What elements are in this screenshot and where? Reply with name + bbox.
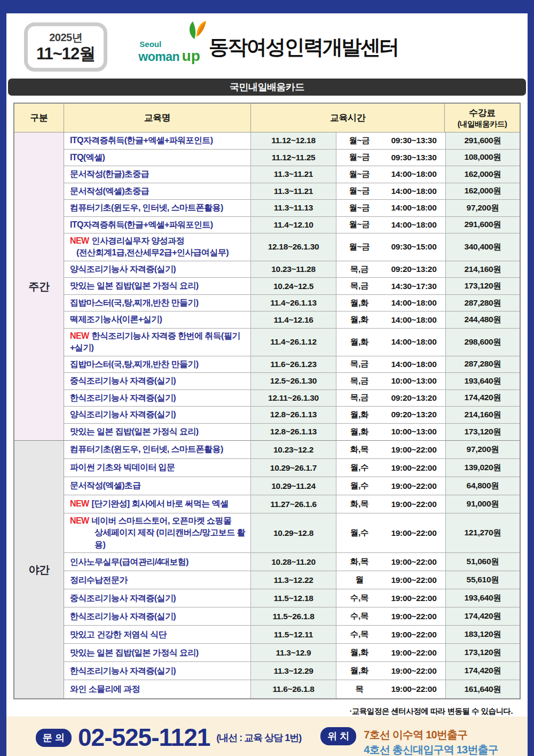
leaf-icon xyxy=(185,20,208,44)
course-name-cell: 한식조리기능사 자격증(실기) xyxy=(64,662,251,680)
course-name: 양식조리기능사 자격증(실기) xyxy=(70,263,176,275)
course-name: NEW[단기완성] 회사에서 바로 써먹는 엑셀 xyxy=(70,498,228,510)
course-days: 월,화 xyxy=(336,298,382,309)
table-row: 맛있고 건강한 저염식 식단11.5~12.11수,목19:00~22:0018… xyxy=(64,626,520,644)
course-time: 19:00~22:00 xyxy=(382,500,445,509)
course-name-cell: 컴퓨터기초(윈도우, 인터넷, 스마트폰활용) xyxy=(64,441,251,458)
course-name: 양식조리기능사 자격증(실기) xyxy=(70,409,176,420)
course-name-cell: NEW네이버 스마트스토어, 오픈마켓 쇼핑몰상세페이지 제작 (미리캔버스/망… xyxy=(64,513,251,552)
course-fee: 91,000원 xyxy=(446,495,520,513)
course-name: ITQ(엑셀) xyxy=(70,152,105,163)
course-dates: 12.8~26.1.13 xyxy=(251,424,336,441)
course-dates: 11.3~11.21 xyxy=(251,183,336,200)
course-dates: 10.23~12.2 xyxy=(251,441,336,458)
course-name: NEW한식조리기능사 자격증 한번에 취득(필기+실기) xyxy=(70,330,247,354)
phone-extension: (내선 : 교육 상담 1번) xyxy=(216,731,301,744)
course-days: 목 xyxy=(336,684,382,695)
course-time: 09:30~13:30 xyxy=(382,136,445,145)
course-dates: 12.11~26.1.30 xyxy=(251,390,336,407)
course-fee: 174,420원 xyxy=(446,607,520,625)
course-time: 19:00~22:00 xyxy=(382,575,445,585)
course-fee: 55,610원 xyxy=(446,571,520,589)
section-evening: 야간컴퓨터기초(윈도우, 인터넷, 스마트폰활용)10.23~12.2화,목19… xyxy=(14,441,520,698)
schedule-note: ·교육일정은 센터사정에 따라 변동될 수 있습니다. xyxy=(6,699,528,716)
col-header-fee-line2: (내일배움카드) xyxy=(458,119,507,129)
course-days: 목,금 xyxy=(336,280,382,292)
course-days: 월,화 xyxy=(336,409,382,420)
course-time: 09:20~13:20 xyxy=(382,410,445,419)
course-time: 14:00~18:00 xyxy=(382,203,445,213)
course-fee: 173,120원 xyxy=(446,644,520,661)
course-dates: 12.8~26.1.13 xyxy=(251,407,336,423)
course-time: 14:00~18:00 xyxy=(382,169,445,179)
course-daytime-cell: 목,금14:30~17:30 xyxy=(336,278,446,294)
course-days: 수,목 xyxy=(336,611,382,622)
course-days: 목,금 xyxy=(336,392,382,403)
course-name-text: 와인 소믈리에 과정 xyxy=(70,684,140,693)
course-daytime-cell: 화,목19:00~22:00 xyxy=(336,495,446,513)
course-daytime-cell: 월,화14:00~18:00 xyxy=(336,311,446,328)
course-daytime-cell: 월~금09:30~13:30 xyxy=(336,150,446,166)
course-dates: 11.27~26.1.6 xyxy=(251,495,336,513)
course-time: 10:00~13:00 xyxy=(382,427,445,437)
course-days: 월,화 xyxy=(336,337,382,348)
table-row: 한식조리기능사 자격증(실기)12.11~26.1.30목,금09:20~13:… xyxy=(64,390,520,407)
course-daytime-cell: 수,목19:00~22:00 xyxy=(336,626,446,643)
course-name-cell: NEW[단기완성] 회사에서 바로 써먹는 엑셀 xyxy=(64,495,251,513)
course-name-cell: 문서작성(엑셀)초중급 xyxy=(64,183,251,200)
course-dates: 10.23~11.28 xyxy=(251,261,336,278)
course-time: 19:00~22:00 xyxy=(382,528,445,538)
course-name: ITQ자격증취득(한글+엑셀+파워포인트) xyxy=(70,135,213,146)
course-name: 중식조리기능사 자격증(실기) xyxy=(70,593,176,604)
course-time: 19:00~22:00 xyxy=(382,684,445,694)
col-header-fee-line1: 수강료 xyxy=(469,107,496,119)
course-name-text: 한식조리기능사 자격증(실기) xyxy=(70,393,176,402)
course-fee: 291,600원 xyxy=(446,133,520,149)
course-name-text: 한식조리기능사 자격증 한번에 취득(필기+실기) xyxy=(70,331,240,352)
course-dates: 11.3~12.9 xyxy=(251,644,336,661)
course-name: 맛있고 건강한 저염식 식단 xyxy=(70,629,167,641)
course-name: 맛있는 일본 집밥(일본 가정식 요리) xyxy=(70,647,198,659)
course-name-text: [단기완성] 회사에서 바로 써먹는 엑셀 xyxy=(92,499,229,508)
course-time: 19:00~22:00 xyxy=(382,612,445,621)
table-row: 정리수납전문가11.3~12.22월19:00~22:0055,610원 xyxy=(64,571,520,589)
course-table: 구분 교육명 교육시간 수강료 (내일배움카드) 주간ITQ자격증취득(한글+엑… xyxy=(13,103,521,699)
course-fee: 183,120원 xyxy=(446,626,520,643)
course-dates: 11.5~12.11 xyxy=(251,626,336,643)
table-row: 인사노무실무(급여관리/4대보험)10.28~11.20화,목19:00~22:… xyxy=(64,553,520,571)
course-days: 화,목 xyxy=(336,498,382,510)
table-row: 컴퓨터기초(윈도우, 인터넷, 스마트폰활용)10.23~12.2화,목19:0… xyxy=(64,441,520,459)
course-name-text: 맛있는 일본 집밥(일본 가정식 요리) xyxy=(70,281,198,290)
course-name: 정리수납전문가 xyxy=(70,574,128,586)
section-rows: 컴퓨터기초(윈도우, 인터넷, 스마트폰활용)10.23~12.2화,목19:0… xyxy=(64,441,520,698)
course-fee: 214,160원 xyxy=(446,261,520,278)
new-badge: NEW xyxy=(70,516,89,525)
course-name-cell: 집밥마스터(국,탕,찌개,반찬 만들기) xyxy=(64,295,251,311)
course-days: 월,수 xyxy=(336,462,382,473)
course-fee: 174,420원 xyxy=(446,390,520,407)
course-name: 맛있는 일본 집밥(일본 가정식 요리) xyxy=(70,280,198,292)
course-time: 09:30~13:30 xyxy=(382,153,445,162)
course-time: 10:00~13:00 xyxy=(382,376,445,386)
table-row: NEW인사경리실무자 양성과정(전산회계1급,전산세무2급+인사급여실무)12.… xyxy=(64,233,520,261)
course-name-text: 맛있는 일본 집밥(일본 가정식 요리) xyxy=(70,648,198,657)
course-days: 월~금 xyxy=(336,185,382,197)
course-daytime-cell: 수,목19:00~22:00 xyxy=(336,607,446,625)
col-header-fee: 수강료 (내일배움카드) xyxy=(445,104,520,132)
course-daytime-cell: 목,금09:20~13:20 xyxy=(336,261,446,278)
course-time: 19:00~22:00 xyxy=(382,445,445,455)
course-days: 목,금 xyxy=(336,376,382,387)
course-fee: 162,000원 xyxy=(446,183,520,200)
course-daytime-cell: 목,금10:00~13:00 xyxy=(336,373,446,389)
course-daytime-cell: 월19:00~22:00 xyxy=(336,571,446,589)
course-daytime-cell: 목19:00~22:00 xyxy=(336,680,446,698)
course-time: 09:30~15:00 xyxy=(382,242,445,252)
course-days: 월,수 xyxy=(336,527,382,539)
course-days: 월,수 xyxy=(336,480,382,492)
course-name-text: 인사경리실무자 양성과정 xyxy=(92,236,184,245)
table-row: ITQ자격증취득(한글+엑셀+파워포인트)11.12~12.18월~금09:30… xyxy=(64,133,520,150)
course-name-cell: 문서작성(한글)초중급 xyxy=(64,166,251,183)
section-rows: ITQ자격증취득(한글+엑셀+파워포인트)11.12~12.18월~금09:30… xyxy=(64,133,520,440)
course-fee: 121,270원 xyxy=(446,513,520,552)
course-days: 화,목 xyxy=(336,556,382,567)
